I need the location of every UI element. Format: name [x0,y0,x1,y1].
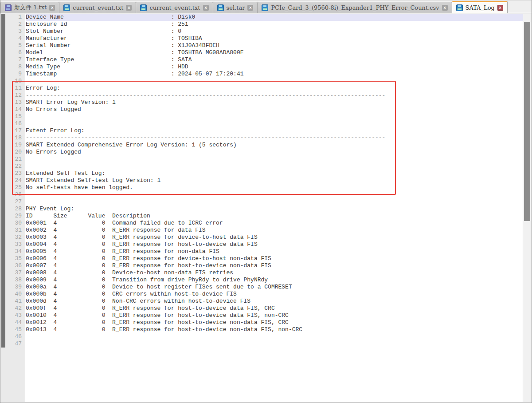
line-number: 12 [1,92,25,99]
code-line[interactable]: 0x0009 4 0 Transition from drive PhyRdy … [26,277,523,284]
line-number: 35 [1,255,25,262]
code-line[interactable]: 0x000f 4 0 R_ERR response for host-to-de… [26,305,523,312]
code-line[interactable] [26,340,523,348]
tab-sel-tar[interactable]: sel.tar × [213,2,258,13]
tab-sata-log-active[interactable]: SATA_Log × [452,1,508,13]
code-line[interactable]: Extent Error Log: [26,127,523,134]
code-line[interactable]: 0x0003 4 0 R_ERR response for device-to-… [26,234,523,241]
tab-current-event-txt-1[interactable]: current_event.txt × [59,2,136,13]
code-line[interactable]: Device Name : Disk0 [26,14,523,21]
code-line[interactable]: Media Type : HDD [26,63,523,71]
code-line[interactable]: Slot Number : 0 [26,28,523,35]
code-line[interactable]: SMART Extended Comprehensive Error Log V… [26,142,523,149]
line-number: 23 [1,170,25,177]
code-line[interactable]: 0x000d 4 0 Non-CRC errors within host-to… [26,298,523,305]
close-icon[interactable]: × [49,5,55,11]
line-number: 19 [1,142,25,149]
line-number: 20 [1,149,25,156]
vertical-scrollbar[interactable] [523,14,531,402]
line-number: 26 [1,191,25,198]
code-line[interactable]: ----------------------------------------… [26,134,523,142]
code-line[interactable] [26,191,523,198]
code-line[interactable]: Timestamp : 2024-05-07 17:20:41 [26,71,523,78]
line-number: 9 [1,71,25,78]
code-line[interactable]: PHY Event Log: [26,205,523,213]
line-number: 10 [1,78,25,85]
code-line[interactable]: 0x000a 4 0 Device-to-host register FISes… [26,284,523,291]
code-area[interactable]: Device Name : Disk0Enclosure Id : 251Slo… [26,14,523,402]
line-number: 1 [1,14,25,21]
line-number: 41 [1,298,25,305]
line-number-gutter: 1234567891011121314151617181920212223242… [1,14,25,402]
tab-new-file-1[interactable]: 新文件 1.txt × [0,2,59,13]
code-line[interactable]: 0x0010 4 0 R_ERR response for host-to-de… [26,312,523,319]
line-number: 18 [1,134,25,142]
floppy-disk-blue-icon [140,4,147,11]
line-number: 32 [1,234,25,241]
code-line[interactable] [26,198,523,205]
code-line[interactable] [26,78,523,85]
code-line[interactable] [26,163,523,170]
editor-content: 1234567891011121314151617181920212223242… [1,14,531,402]
tab-pcie-card-csv[interactable]: PCIe_Card_3_(9560-8i)_Expander1_PHY_Erro… [258,2,452,13]
code-line[interactable] [26,333,523,340]
code-line[interactable]: No self-tests have been logged. [26,184,523,191]
code-line[interactable]: Extended Self Test Log: [26,170,523,177]
line-number: 34 [1,248,25,255]
code-line[interactable]: 0x0002 4 0 R_ERR response for data FIS [26,227,523,234]
code-line[interactable]: Manufacturer : TOSHIBA [26,35,523,42]
line-number: 39 [1,284,25,291]
code-line[interactable]: Interface Type : SATA [26,56,523,63]
tab-label: sel.tar [227,4,245,11]
line-number: 16 [1,120,25,127]
code-line[interactable]: Error Log: [26,85,523,92]
line-number: 45 [1,326,25,333]
line-number: 2 [1,21,25,28]
code-line[interactable]: SMART Extended Self-test Log Version: 1 [26,177,523,184]
code-line[interactable]: 0x0012 4 0 R_ERR response for host-to-de… [26,319,523,326]
tab-current-event-txt-2[interactable]: current_event.txt × [136,2,213,13]
line-number: 36 [1,262,25,269]
line-number: 7 [1,56,25,63]
code-line[interactable] [26,120,523,127]
code-line[interactable]: 0x0006 4 0 R_ERR response for device-to-… [26,255,523,262]
line-number: 28 [1,205,25,213]
code-line[interactable]: SMART Error Log Version: 1 [26,99,523,106]
code-line[interactable] [26,156,523,163]
close-icon[interactable]: × [442,5,448,11]
code-line[interactable]: 0x0005 4 0 R_ERR response for non-data F… [26,248,523,255]
code-line[interactable]: 0x0013 4 0 R_ERR response for host-to-de… [26,326,523,333]
tab-label: current_event.txt [149,4,200,11]
line-number: 27 [1,198,25,205]
code-line[interactable]: Serial Number : X1J0A34BFDEH [26,42,523,49]
code-line[interactable]: ID Size Value Description [26,213,523,220]
floppy-disk-purple-icon [5,4,12,11]
line-number: 43 [1,312,25,319]
code-line[interactable]: 0x0008 4 0 Device-to-host non-data FIS r… [26,269,523,277]
tab-label: 新文件 1.txt [14,4,47,12]
code-line[interactable]: 0x0007 4 0 R_ERR response for host-to-de… [26,262,523,269]
line-number: 37 [1,269,25,277]
line-number: 17 [1,127,25,134]
line-number: 11 [1,85,25,92]
line-number: 25 [1,184,25,191]
text-editor-window: { "ui": { "close_glyph": "×", "active_ta… [0,0,532,403]
close-icon[interactable]: × [497,5,503,11]
floppy-disk-blue-icon [217,4,224,11]
close-icon[interactable]: × [126,5,132,11]
scrollbar-thumb[interactable] [524,22,530,221]
code-line[interactable]: 0x0004 4 0 R_ERR response for host-to-de… [26,241,523,248]
code-line[interactable]: No Errors Logged [26,106,523,113]
close-icon[interactable]: × [247,5,253,11]
line-number: 44 [1,319,25,326]
code-line[interactable]: No Errors Logged [26,149,523,156]
close-icon[interactable]: × [203,5,209,11]
code-line[interactable]: 0x000b 4 0 CRC errors within host-to-dev… [26,291,523,298]
line-number: 40 [1,291,25,298]
code-line[interactable]: ----------------------------------------… [26,92,523,99]
code-line[interactable]: Model : TOSHIBA MG08ADA800E [26,49,523,56]
code-line[interactable] [26,113,523,120]
code-line[interactable]: 0x0001 4 0 Command failed due to ICRC er… [26,220,523,227]
line-number: 33 [1,241,25,248]
code-line[interactable]: Enclosure Id : 251 [26,21,523,28]
